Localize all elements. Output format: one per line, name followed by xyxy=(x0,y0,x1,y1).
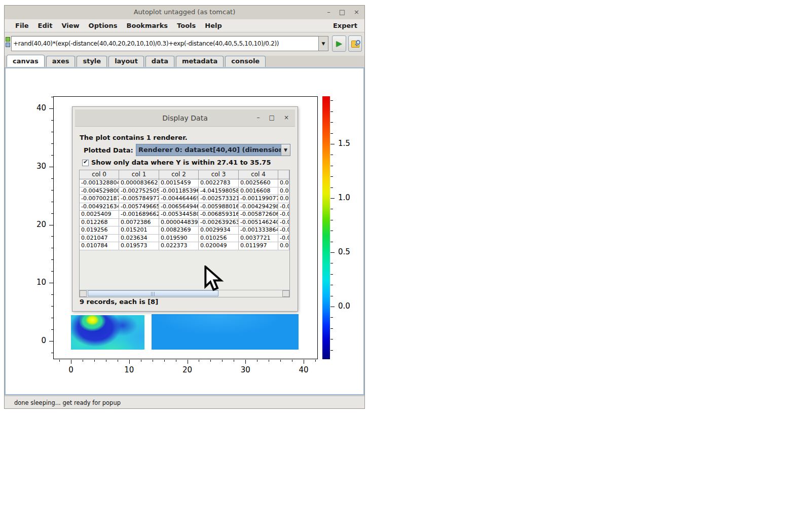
table-cell[interactable]: -0.0 xyxy=(278,203,289,211)
table-cell[interactable]: -0.002573321... xyxy=(199,195,239,203)
table-cell[interactable]: 0.0025409 xyxy=(80,211,119,218)
table-cell[interactable]: -0.0 xyxy=(278,235,289,242)
table-cell[interactable]: 0.00 xyxy=(278,179,289,187)
table-row[interactable]: 0.0210470.0236340.0195900.0102560.003772… xyxy=(80,235,289,243)
table-cell[interactable]: -0.0 xyxy=(278,226,289,234)
table-cell[interactable]: 0.0022783 xyxy=(199,179,239,187)
table-cell[interactable]: -0.005749665... xyxy=(119,203,159,211)
menu-tools[interactable]: Tools xyxy=(172,20,200,31)
table-cell[interactable]: 0.019573 xyxy=(119,242,159,250)
tab-console[interactable]: console xyxy=(225,56,266,67)
expert-toggle[interactable]: Expert xyxy=(333,22,358,29)
table-cell[interactable]: -0.001333864... xyxy=(239,226,278,234)
menu-help[interactable]: Help xyxy=(200,20,226,31)
table-row[interactable]: 0.0122680.00723860.000044839-0.002639263… xyxy=(80,219,289,227)
plotted-data-combobox[interactable]: Renderer 0: dataset[40,40] (dimension...… xyxy=(136,144,290,156)
dialog-close-icon[interactable]: × xyxy=(284,113,289,122)
table-cell[interactable]: -0.001328804... xyxy=(80,179,119,187)
minimize-icon[interactable]: – xyxy=(327,8,330,17)
table-cell[interactable]: -0.005344580... xyxy=(159,211,199,218)
menu-options[interactable]: Options xyxy=(84,20,122,31)
scrollbar-track[interactable] xyxy=(87,290,282,297)
table-row[interactable]: 0.0025409-0.001689662...-0.005344580...-… xyxy=(80,211,289,219)
go-button[interactable]: ▶ xyxy=(332,35,346,52)
table-row[interactable]: 0.0192560.0152010.00823690.0029934-0.001… xyxy=(80,226,289,235)
table-cell[interactable]: 0.0029934 xyxy=(199,226,239,234)
table-cell[interactable]: 0.0025660 xyxy=(239,179,278,187)
maximize-icon[interactable]: □ xyxy=(339,8,345,17)
dialog-titlebar[interactable]: Display Data – □ × xyxy=(75,109,295,127)
colorbar[interactable] xyxy=(322,96,330,359)
table-cell[interactable]: 0.0037721 xyxy=(239,235,278,242)
table-cell[interactable]: -0.007002187... xyxy=(80,195,119,203)
table-cell[interactable]: -0.006564946... xyxy=(159,203,199,211)
table-cell[interactable]: -0.001689662... xyxy=(119,211,159,218)
table-row[interactable]: -0.001328804...0.0000836620.00154590.002… xyxy=(80,179,289,187)
menu-bookmarks[interactable]: Bookmarks xyxy=(122,20,173,31)
table-cell[interactable]: 0.019590 xyxy=(159,235,199,242)
table-cell[interactable]: 0.0082369 xyxy=(159,226,199,234)
scrollbar-thumb[interactable] xyxy=(88,290,218,296)
table-cell[interactable]: -0.004464469... xyxy=(159,195,199,203)
table-cell[interactable]: 0.022373 xyxy=(159,242,199,250)
dialog-maximize-icon[interactable]: □ xyxy=(269,113,275,122)
table-row[interactable]: -0.004921634...-0.005749665...-0.0065649… xyxy=(80,203,289,211)
column-header[interactable]: col 1 xyxy=(119,170,159,179)
table-cell[interactable]: 0.00 xyxy=(278,187,289,195)
table-row[interactable]: 0.0107840.0195730.0223730.0200490.011997… xyxy=(80,242,289,250)
window-titlebar[interactable]: Autoplot untagged (as tomcat) – □ × xyxy=(5,6,364,19)
table-cell[interactable]: -0.005988016... xyxy=(199,203,239,211)
uri-input[interactable] xyxy=(11,36,319,51)
table-cell[interactable]: -0.004529800... xyxy=(80,187,119,195)
table-cell[interactable]: -0.005784977... xyxy=(119,195,159,203)
table-cell[interactable]: -0.001199077... xyxy=(239,195,278,203)
table-cell[interactable]: 0.020049 xyxy=(199,242,239,250)
column-header[interactable]: col 0 xyxy=(80,170,119,179)
uri-dropdown-button[interactable]: ▼ xyxy=(319,36,328,51)
table-cell[interactable]: -0.0 xyxy=(278,211,289,218)
column-header[interactable]: col 3 xyxy=(199,170,239,179)
table-cell[interactable]: 0.019256 xyxy=(80,226,119,234)
table-cell[interactable]: -4.041598058... xyxy=(199,187,239,195)
tab-data[interactable]: data xyxy=(145,56,174,67)
inspect-uri-button[interactable] xyxy=(348,35,362,52)
column-header[interactable]: col 4 xyxy=(239,170,278,179)
table-cell[interactable]: 0.010256 xyxy=(199,235,239,242)
scroll-right-button[interactable]: ► xyxy=(282,290,289,297)
table-cell[interactable]: 0.0072386 xyxy=(119,219,159,226)
menu-edit[interactable]: Edit xyxy=(33,20,57,31)
tab-canvas[interactable]: canvas xyxy=(7,55,45,67)
table-cell[interactable]: 0.011997 xyxy=(239,242,278,250)
table-cell[interactable]: -0.005872606... xyxy=(239,211,278,218)
filter-checkbox[interactable]: ✔ xyxy=(82,160,89,166)
table-cell[interactable]: 0.010784 xyxy=(80,242,119,250)
table-cell[interactable]: 0.00 xyxy=(278,242,289,250)
table-cell[interactable]: -0.002639263... xyxy=(199,219,239,226)
dialog-minimize-icon[interactable]: – xyxy=(257,113,260,122)
tab-layout[interactable]: layout xyxy=(108,56,144,67)
table-row[interactable]: -0.007002187...-0.005784977...-0.0044644… xyxy=(80,195,289,203)
table-cell[interactable]: 0.023634 xyxy=(119,235,159,242)
menu-view[interactable]: View xyxy=(57,20,84,31)
table-cell[interactable]: -0.004294298... xyxy=(239,203,278,211)
column-header[interactable] xyxy=(278,170,289,179)
horizontal-scrollbar[interactable]: ◄ ► xyxy=(80,290,289,297)
scroll-left-button[interactable]: ◄ xyxy=(80,290,87,297)
close-icon[interactable]: × xyxy=(354,8,359,17)
column-header[interactable]: col 2 xyxy=(159,170,199,179)
table-cell[interactable]: 0.000083662 xyxy=(119,179,159,187)
table-cell[interactable]: 0.012268 xyxy=(80,219,119,226)
filter-checkbox-label[interactable]: Show only data where Y is within 27.41 t… xyxy=(91,159,271,166)
table-cell[interactable]: -0.002752505... xyxy=(119,187,159,195)
table-cell[interactable]: 0.021047 xyxy=(80,235,119,242)
table-cell[interactable]: 0.0016608 xyxy=(239,187,278,195)
table-cell[interactable]: 0.00 xyxy=(278,195,289,203)
combobox-arrow-icon[interactable]: ▼ xyxy=(281,144,290,156)
table-cell[interactable]: -0.005146240... xyxy=(239,219,278,226)
table-cell[interactable]: -0.001185396... xyxy=(159,187,199,195)
table-cell[interactable]: -0.006859316... xyxy=(199,211,239,218)
table-cell[interactable]: -0.004921634... xyxy=(80,203,119,211)
table-cell[interactable]: 0.0015459 xyxy=(159,179,199,187)
table-cell[interactable]: -0.0 xyxy=(278,219,289,226)
table-row[interactable]: -0.004529800...-0.002752505...-0.0011853… xyxy=(80,187,289,196)
